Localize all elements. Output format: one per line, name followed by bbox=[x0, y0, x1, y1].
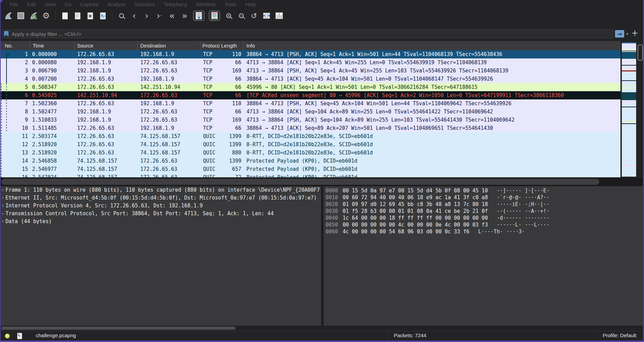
expand-arrow-icon[interactable] bbox=[0, 202, 5, 210]
packet-count: Packets: 7244 bbox=[394, 332, 426, 338]
column-header-time[interactable]: Time bbox=[30, 41, 74, 50]
zoom-in-icon[interactable]: + bbox=[225, 11, 233, 20]
detail-line[interactable]: Transmission Control Protocol, Src Port:… bbox=[0, 210, 321, 218]
packet-list-hscrollbar-thumb[interactable] bbox=[1, 179, 599, 185]
resize-columns-icon[interactable] bbox=[262, 11, 271, 20]
packet-row[interactable]: 1 0.000000 172.26.65.63 192.168.1.9 TCP … bbox=[0, 50, 620, 58]
expand-arrow-icon[interactable] bbox=[0, 210, 5, 218]
vertical-scrollbar-thumb[interactable] bbox=[638, 44, 643, 61]
packet-row[interactable]: 2 0.000080 192.168.1.9 172.26.65.63 TCP … bbox=[0, 58, 620, 67]
menu-item[interactable]: Capture bbox=[76, 1, 103, 7]
menu-item[interactable]: Telephony bbox=[159, 1, 191, 7]
apply-filter-button[interactable]: → bbox=[615, 30, 624, 38]
display-filter-input[interactable] bbox=[11, 31, 613, 37]
colorize-toggle[interactable] bbox=[209, 11, 220, 21]
column-header-destination[interactable]: Destination bbox=[138, 41, 201, 50]
next-packet-icon[interactable]: › bbox=[143, 11, 151, 20]
capture-options-icon[interactable]: ⚙ bbox=[42, 11, 50, 20]
hex-bytes: 00 60 72 94 40 00 40 06 bbox=[343, 194, 414, 201]
column-header-info[interactable]: Info bbox=[243, 41, 620, 50]
find-packet-icon[interactable] bbox=[117, 11, 126, 20]
packet-row[interactable]: 7 1.502360 172.26.65.63 192.168.1.9 TCP … bbox=[0, 99, 620, 108]
capture-filename[interactable]: challenge.pcapng bbox=[36, 332, 76, 338]
column-header-protocol[interactable]: Protocol bbox=[201, 41, 220, 50]
capture-comment-icon[interactable] bbox=[17, 333, 22, 339]
zoom-reset-icon[interactable]: ↺ bbox=[250, 11, 258, 20]
packet-row[interactable]: 11 2.503174 172.26.65.63 74.125.68.157 Q… bbox=[0, 132, 620, 140]
packet-row[interactable]: 15 2.546977 74.125.68.157 172.26.65.63 Q… bbox=[0, 165, 620, 173]
reload-file-icon[interactable]: ↻ bbox=[99, 11, 107, 20]
expert-info-icon[interactable] bbox=[5, 333, 10, 339]
hex-row[interactable]: 0000 00 15 5d 0a 97 e7 00 15 5d d4 5b 0f… bbox=[324, 187, 644, 194]
close-file-icon[interactable]: ✕ bbox=[86, 11, 94, 20]
packet-list-hscrollbar[interactable] bbox=[0, 177, 644, 186]
display-filter-field[interactable] bbox=[2, 29, 613, 38]
packet-row[interactable]: 5 0.508347 172.26.65.63 142.251.10.94 TC… bbox=[0, 83, 620, 91]
first-packet-icon[interactable]: « bbox=[168, 11, 176, 20]
auto-scroll-toggle[interactable] bbox=[193, 11, 204, 21]
pane-splitter[interactable] bbox=[321, 186, 324, 326]
packet-row[interactable]: 13 2.518920 172.26.65.63 74.125.68.157 Q… bbox=[0, 149, 620, 157]
packet-row[interactable]: 8 1.502477 192.168.1.9 172.26.65.63 TCP … bbox=[0, 108, 620, 116]
hex-row[interactable]: 0060 4c 00 00 00 00 54 68 96 03 d0 00 0c… bbox=[324, 228, 644, 235]
colorize-icon bbox=[211, 12, 218, 19]
open-file-icon[interactable] bbox=[61, 11, 69, 20]
detail-line[interactable]: Data (44 bytes) bbox=[0, 218, 321, 225]
hex-row[interactable]: 0030 01 f5 28 b3 00 00 01 01 08 0a 41 ce… bbox=[324, 208, 644, 215]
packet-row[interactable]: 4 0.007200 172.26.65.63 192.168.1.9 TCP … bbox=[0, 75, 620, 83]
intelligent-scrollbar-minimap[interactable] bbox=[622, 42, 636, 177]
expand-arrow-icon[interactable] bbox=[0, 186, 5, 194]
related-packet-rail-dashed bbox=[1, 83, 2, 177]
hex-bytes: 5d d4 5b 0f 08 00 45 10 bbox=[417, 187, 488, 194]
menu-item[interactable]: Statistics bbox=[130, 1, 159, 7]
menu-item[interactable]: Help bbox=[241, 1, 260, 7]
menu-item[interactable]: Edit bbox=[23, 1, 40, 7]
hex-row[interactable]: 0020 01 09 97 d0 12 69 45 bb c8 3b 48 a8… bbox=[324, 201, 644, 208]
details-hscrollbar[interactable] bbox=[0, 326, 644, 331]
packet-row[interactable]: 12 2.518920 172.26.65.63 74.125.68.157 Q… bbox=[0, 140, 620, 149]
last-packet-icon[interactable]: » bbox=[181, 11, 189, 20]
menu-item[interactable]: View bbox=[40, 1, 60, 7]
add-filter-button[interactable]: + bbox=[631, 28, 639, 38]
restart-capture-icon[interactable] bbox=[29, 11, 38, 20]
profile-label[interactable]: Profile: Default bbox=[603, 332, 636, 338]
menu-item[interactable]: Go bbox=[60, 1, 76, 7]
packet-row[interactable]: 6 0.545025 142.251.10.94 172.26.65.63 TC… bbox=[0, 91, 620, 99]
zoom-out-icon[interactable]: − bbox=[237, 11, 245, 20]
hex-row[interactable]: 0040 1c 64 00 00 00 18 ff ff ff ff 00 00… bbox=[324, 215, 644, 221]
hex-offset: 0020 bbox=[326, 201, 339, 208]
layout-icon[interactable]: 1 2 3 bbox=[275, 11, 283, 20]
menu-item[interactable]: Analyze bbox=[103, 1, 130, 7]
packet-row[interactable]: 16 2.547024 74.125.68.157 172.26.65.63 Q… bbox=[0, 173, 620, 177]
hex-row[interactable]: 0050 00 00 00 00 00 00 4c 00 00 00 0e 4c… bbox=[324, 221, 644, 228]
menu-item[interactable]: Wireless bbox=[191, 1, 220, 7]
packet-row[interactable]: 3 0.006790 192.168.1.9 172.26.65.63 TCP … bbox=[0, 67, 620, 75]
start-capture-icon[interactable] bbox=[4, 11, 12, 20]
expand-arrow-icon[interactable] bbox=[0, 194, 5, 202]
hex-offset: 0060 bbox=[326, 228, 339, 235]
detail-line[interactable]: Ethernet II, Src: Microsoft_d4:5b:0f (00… bbox=[0, 194, 321, 202]
go-to-packet-icon[interactable]: › bbox=[155, 11, 163, 20]
detail-line[interactable]: Internet Protocol Version 4, Src: 172.26… bbox=[0, 202, 321, 210]
column-header-source[interactable]: Source bbox=[74, 41, 138, 50]
details-hscrollbar-thumb[interactable] bbox=[1, 327, 235, 330]
stop-capture-icon[interactable] bbox=[17, 11, 25, 20]
menu-item[interactable]: Tools bbox=[220, 1, 241, 7]
column-header-no[interactable]: No. bbox=[0, 41, 30, 50]
packet-row[interactable]: 14 2.546858 74.125.68.157 172.26.65.63 Q… bbox=[0, 157, 620, 165]
expand-arrow-icon[interactable] bbox=[0, 218, 5, 225]
bookmark-icon[interactable] bbox=[4, 31, 9, 37]
column-header-length[interactable]: Length bbox=[220, 41, 243, 50]
window-corner-accent bbox=[0, 0, 3, 3]
filter-dropdown-caret[interactable]: ▼ bbox=[625, 30, 630, 38]
toolbar-separator bbox=[55, 11, 56, 20]
packet-row[interactable]: 10 1.511485 172.26.65.63 192.168.1.9 TCP… bbox=[0, 124, 620, 132]
save-file-icon[interactable] bbox=[73, 11, 82, 20]
hex-row[interactable]: 0010 00 60 72 94 40 00 40 06 18 e9 ac 1a… bbox=[324, 194, 644, 201]
detail-line-text: Data (44 bytes) bbox=[5, 218, 52, 225]
previous-packet-icon[interactable]: ‹ bbox=[130, 11, 138, 20]
packet-row[interactable]: 9 1.510833 192.168.1.9 172.26.65.63 TCP … bbox=[0, 116, 620, 124]
menu-item[interactable]: File bbox=[5, 1, 23, 7]
detail-line[interactable]: Frame 1: 110 bytes on wire (880 bits), 1… bbox=[0, 186, 321, 194]
menubar: FileEditViewGoCaptureAnalyzeStatisticsTe… bbox=[0, 0, 644, 8]
